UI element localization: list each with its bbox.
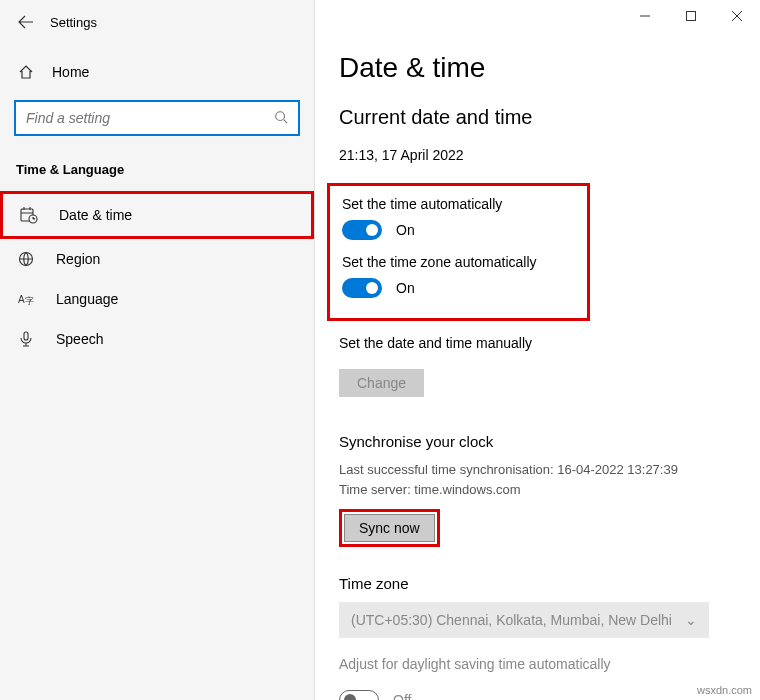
sync-now-button[interactable]: Sync now (344, 514, 435, 542)
chevron-down-icon: ⌄ (685, 612, 697, 628)
auto-time-state: On (396, 222, 415, 238)
microphone-icon (16, 331, 36, 347)
highlight-box-auto: Set the time automatically On Set the ti… (327, 183, 590, 321)
timezone-dropdown: (UTC+05:30) Chennai, Kolkata, Mumbai, Ne… (339, 602, 709, 638)
titlebar: Settings (0, 0, 314, 44)
auto-tz-label: Set the time zone automatically (342, 254, 575, 270)
sync-last: Last successful time synchronisation: 16… (339, 460, 736, 480)
globe-icon (16, 251, 36, 267)
sidebar-item-label: Region (56, 251, 100, 267)
sidebar-item-language[interactable]: A字 Language (0, 279, 314, 319)
tz-title: Time zone (339, 575, 736, 592)
svg-text:A: A (18, 294, 25, 305)
timezone-value: (UTC+05:30) Chennai, Kolkata, Mumbai, Ne… (351, 612, 672, 628)
main-content: Date & time Current date and time 21:13,… (315, 0, 760, 700)
sidebar: Settings Home Time & Language Date & tim… (0, 0, 315, 700)
calendar-clock-icon (19, 206, 39, 224)
auto-time-label: Set the time automatically (342, 196, 575, 212)
svg-point-0 (276, 111, 285, 120)
minimize-button[interactable] (622, 0, 668, 32)
nav-home[interactable]: Home (0, 54, 314, 90)
back-arrow-icon (18, 14, 34, 30)
svg-rect-6 (24, 332, 28, 340)
auto-time-toggle[interactable] (342, 220, 382, 240)
close-button[interactable] (714, 0, 760, 32)
dst-toggle (339, 690, 379, 700)
maximize-button[interactable] (668, 0, 714, 32)
section-current-title: Current date and time (339, 106, 736, 129)
search-input[interactable] (26, 110, 274, 126)
auto-tz-toggle[interactable] (342, 278, 382, 298)
home-icon (16, 64, 36, 80)
sidebar-item-date-time[interactable]: Date & time (0, 191, 314, 239)
sidebar-item-region[interactable]: Region (0, 239, 314, 279)
sync-title: Synchronise your clock (339, 433, 736, 450)
sidebar-item-label: Speech (56, 331, 103, 347)
sidebar-item-speech[interactable]: Speech (0, 319, 314, 359)
search-icon (274, 110, 288, 127)
auto-tz-state: On (396, 280, 415, 296)
svg-rect-7 (687, 12, 696, 21)
sidebar-item-label: Date & time (59, 207, 132, 223)
current-datetime: 21:13, 17 April 2022 (339, 147, 736, 163)
sidebar-category: Time & Language (0, 154, 314, 191)
back-button[interactable] (12, 8, 40, 36)
highlight-box-sync: Sync now (339, 509, 440, 547)
manual-label: Set the date and time manually (339, 335, 736, 351)
sidebar-item-label: Language (56, 291, 118, 307)
sync-server: Time server: time.windows.com (339, 480, 736, 500)
svg-text:字: 字 (25, 296, 34, 306)
window-controls (622, 0, 760, 32)
nav-home-label: Home (52, 64, 89, 80)
window-title: Settings (50, 15, 97, 30)
watermark: wsxdn.com (697, 684, 752, 696)
dst-state: Off (393, 692, 411, 700)
change-button[interactable]: Change (339, 369, 424, 397)
page-title: Date & time (339, 52, 736, 84)
language-icon: A字 (16, 291, 36, 307)
search-box[interactable] (14, 100, 300, 136)
dst-label: Adjust for daylight saving time automati… (339, 656, 736, 672)
